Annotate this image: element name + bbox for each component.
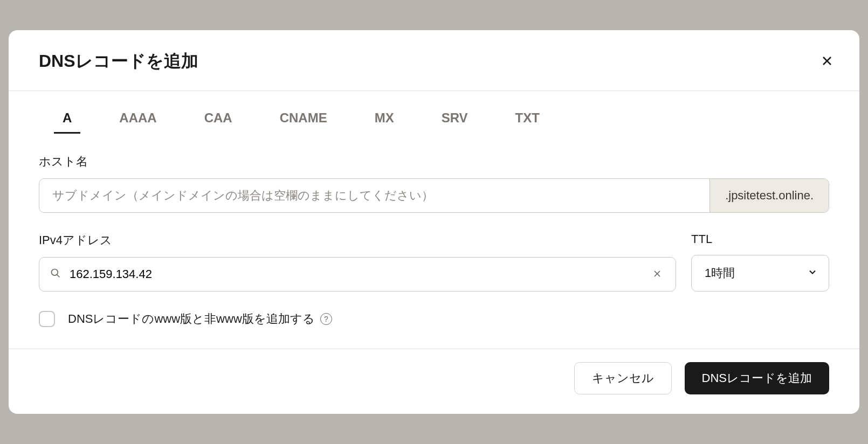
help-icon[interactable]: ?	[320, 313, 332, 325]
modal-header: DNSレコードを追加	[9, 30, 859, 91]
svg-point-2	[52, 269, 58, 276]
www-checkbox[interactable]	[39, 311, 55, 327]
svg-line-3	[57, 275, 60, 278]
modal-body: A AAAA CAA CNAME MX SRV TXT ホスト名 .jpsite…	[9, 91, 859, 349]
ipv4-input[interactable]	[61, 258, 650, 291]
tab-a[interactable]: A	[54, 104, 80, 132]
www-checkbox-text: DNSレコードのwww版と非www版を追加する	[68, 311, 315, 327]
modal-title: DNSレコードを追加	[39, 50, 198, 73]
chevron-down-icon	[807, 267, 818, 280]
www-checkbox-label: DNSレコードのwww版と非www版を追加する ?	[68, 311, 332, 327]
search-icon	[50, 268, 61, 281]
close-button[interactable]	[816, 50, 838, 73]
ttl-value: 1時間	[705, 265, 807, 281]
record-type-tabs: A AAAA CAA CNAME MX SRV TXT	[39, 104, 829, 132]
ipv4-input-wrapper	[39, 257, 676, 292]
ipv4-field-group: IPv4アドレス	[39, 232, 676, 292]
hostname-field-group: ホスト名 .jpsitetest.online.	[39, 154, 829, 213]
tab-srv[interactable]: SRV	[433, 104, 477, 132]
hostname-input-wrapper: .jpsitetest.online.	[39, 178, 829, 213]
tab-caa[interactable]: CAA	[196, 104, 241, 132]
close-icon	[821, 54, 833, 69]
ipv4-label: IPv4アドレス	[39, 232, 676, 248]
ttl-select[interactable]: 1時間	[691, 255, 829, 292]
hostname-label: ホスト名	[39, 154, 829, 170]
clear-input-button[interactable]	[650, 266, 665, 283]
ipv4-ttl-row: IPv4アドレス TTL 1時間	[39, 232, 829, 292]
modal-footer: キャンセル DNSレコードを追加	[9, 349, 859, 414]
cancel-button[interactable]: キャンセル	[574, 362, 672, 394]
ttl-field-group: TTL 1時間	[691, 232, 829, 292]
hostname-suffix: .jpsitetest.online.	[709, 179, 829, 212]
submit-button[interactable]: DNSレコードを追加	[685, 362, 829, 394]
tab-cname[interactable]: CNAME	[271, 104, 336, 132]
tab-mx[interactable]: MX	[366, 104, 403, 132]
tab-txt[interactable]: TXT	[507, 104, 548, 132]
clear-icon	[652, 268, 663, 281]
ttl-label: TTL	[691, 232, 829, 246]
add-dns-record-modal: DNSレコードを追加 A AAAA CAA CNAME MX SRV TXT ホ…	[9, 30, 859, 414]
www-checkbox-row: DNSレコードのwww版と非www版を追加する ?	[39, 311, 829, 327]
tab-aaaa[interactable]: AAAA	[111, 104, 165, 132]
hostname-input[interactable]	[39, 179, 709, 212]
